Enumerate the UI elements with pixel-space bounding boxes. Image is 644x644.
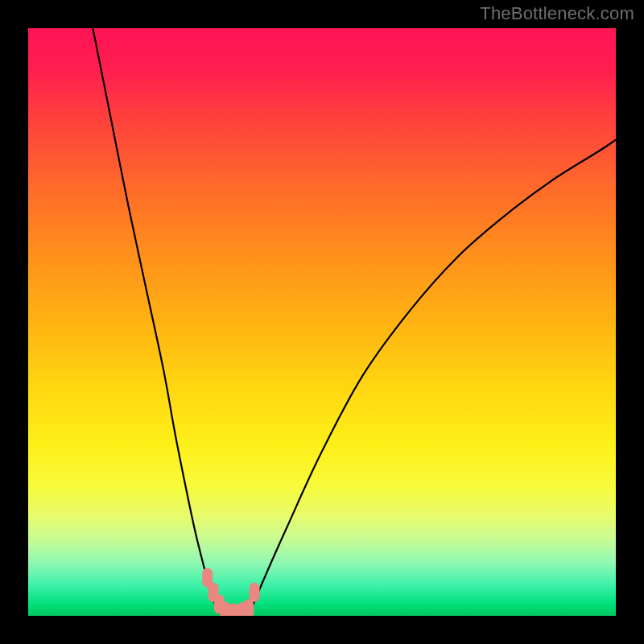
curve-left-branch xyxy=(93,28,222,616)
chart-frame: TheBottleneck.com xyxy=(0,0,644,644)
bottleneck-curve xyxy=(93,28,616,616)
bottleneck-marker xyxy=(243,599,254,616)
bottleneck-marker-cluster xyxy=(202,568,259,616)
bottleneck-marker xyxy=(250,583,260,602)
curve-layer xyxy=(28,28,616,616)
plot-area xyxy=(28,28,616,616)
watermark-text: TheBottleneck.com xyxy=(480,3,634,24)
curve-right-branch xyxy=(249,140,616,616)
